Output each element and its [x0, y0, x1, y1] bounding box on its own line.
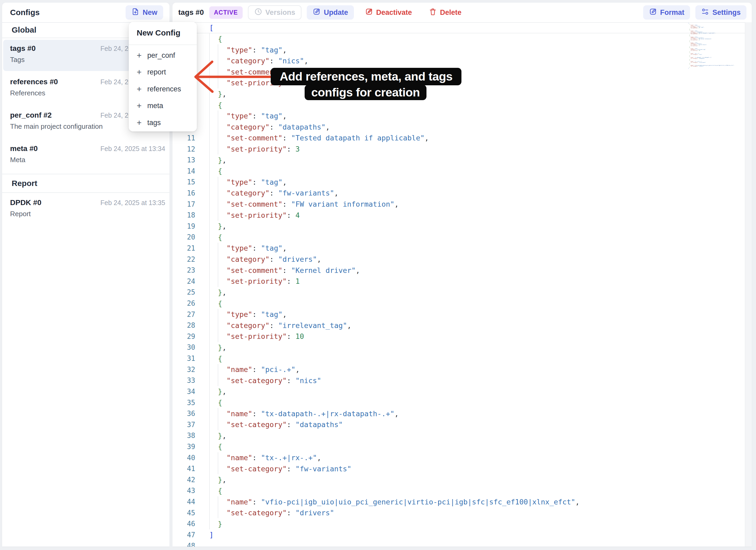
code-line[interactable]: 10 "category": "datapaths", [172, 121, 752, 132]
code-line-text: "category": "nics", [209, 57, 308, 65]
code-line[interactable]: 41 "set-category": "fw-variants" [172, 463, 752, 474]
delete-button[interactable]: Delete [423, 5, 467, 20]
code-line[interactable]: 18 "set-priority": 4 [172, 210, 752, 221]
code-line[interactable]: 9 "type": "tag", [172, 110, 752, 122]
indent-guide [209, 386, 210, 397]
new-config-button[interactable]: New [126, 5, 163, 20]
code-line[interactable]: 30 }, [172, 342, 752, 353]
indent-guide [218, 452, 218, 463]
code-line[interactable]: 22 "category": "drivers", [172, 254, 752, 265]
indent-guide [209, 375, 210, 386]
line-number: 25 [172, 288, 195, 296]
dropdown-item-tags[interactable]: + tags [129, 114, 197, 131]
code-line[interactable]: 4 "category": "nics", [172, 55, 752, 66]
config-list-item-dpdk[interactable]: DPDK #0 Feb 24, 2025 at 13:35 Report [3, 194, 168, 225]
code-line[interactable]: 32 "name": "pci-.+", [172, 364, 752, 375]
code-line[interactable]: 13 }, [172, 154, 752, 166]
code-line[interactable]: 16 "category": "fw-variants", [172, 188, 752, 199]
code-line[interactable]: 44 "name": "vfio-pci|igb_uio|uio_pci_gen… [172, 496, 752, 507]
code-line[interactable]: 39 { [172, 441, 752, 452]
dropdown-item-per-conf[interactable]: + per_conf [129, 47, 197, 64]
code-line[interactable]: 38 }, [172, 430, 752, 441]
code-line[interactable]: 29 "set-priority": 10 [172, 331, 752, 342]
indent-guide [209, 144, 210, 155]
code-line[interactable]: 46 } [172, 518, 752, 529]
code-line-text: "set-priority": 4 [209, 211, 300, 219]
deactivate-button[interactable]: Deactivate [359, 5, 418, 20]
indent-guide [218, 463, 218, 474]
line-number: 16 [172, 189, 195, 197]
indent-guide [218, 199, 218, 210]
code-line[interactable]: 28 "category": "irrelevant_tag", [172, 320, 752, 331]
code-line[interactable]: 11 "set-comment": "Tested datapath if ap… [172, 132, 752, 144]
code-line[interactable]: 45 "set-category": "drivers" [172, 507, 752, 518]
indent-guide [218, 254, 218, 265]
code-line[interactable]: 25 }, [172, 287, 752, 298]
indent-guide [209, 518, 210, 529]
indent-guide [209, 243, 210, 254]
code-line[interactable]: 33 "set-category": "nics" [172, 375, 752, 386]
update-button[interactable]: Update [307, 5, 354, 20]
code-line[interactable]: 36 "name": "tx-datapath-.+|rx-datapath-.… [172, 408, 752, 419]
code-line[interactable]: 34 }, [172, 386, 752, 397]
indent-guide [209, 276, 210, 287]
code-line[interactable]: 31 { [172, 353, 752, 364]
code-line-text: } [209, 520, 222, 528]
code-line[interactable]: 14 { [172, 166, 752, 177]
code-line[interactable]: 43 { [172, 485, 752, 496]
dropdown-item-references[interactable]: + references [129, 81, 197, 97]
dropdown-item-meta[interactable]: + meta [129, 97, 197, 114]
indent-guide [209, 430, 210, 441]
code-line[interactable]: 19 }, [172, 221, 752, 232]
config-date: Feb 24, 2025 at 13:34 [100, 145, 165, 153]
versions-button[interactable]: Versions [248, 5, 302, 20]
code-line[interactable]: 27 "type": "tag", [172, 309, 752, 320]
code-line[interactable]: 47] [172, 529, 752, 540]
settings-button[interactable]: Settings [695, 5, 746, 20]
indent-guide [218, 243, 218, 254]
config-list-item-meta[interactable]: meta #0 Feb 24, 2025 at 13:34 Meta [3, 140, 168, 171]
line-number: 38 [172, 432, 195, 440]
code-line[interactable]: 6 "set-priority": 2 [172, 77, 752, 88]
code-line[interactable]: 5 "set-comment": "NIC type", [172, 66, 752, 77]
code-line[interactable]: 21 "type": "tag", [172, 243, 752, 254]
code-line[interactable]: 17 "set-comment": "FW variant informatio… [172, 199, 752, 210]
code-line[interactable]: 23 "set-comment": "Kernel driver", [172, 265, 752, 276]
format-button[interactable]: Format [643, 5, 690, 20]
line-number: 28 [172, 321, 195, 329]
line-number: 24 [172, 277, 195, 285]
code-line-text: "category": "datapaths", [209, 123, 330, 131]
line-number: 40 [172, 454, 195, 462]
json-code-editor[interactable]: 1[2 {3 "type": "tag",4 "category": "nics… [172, 22, 752, 547]
versions-button-label: Versions [265, 8, 295, 17]
code-line[interactable]: 42 }, [172, 474, 752, 485]
code-line[interactable]: 12 "set-priority": 3 [172, 144, 752, 155]
editor-minimap[interactable]: [ { "type": "tag", "category": "nics", "… [688, 23, 745, 70]
code-line[interactable]: 3 "type": "tag", [172, 44, 752, 55]
dropdown-item-report[interactable]: + report [129, 64, 197, 81]
code-line[interactable]: 35 { [172, 397, 752, 408]
code-line[interactable]: 37 "set-category": "datapaths" [172, 419, 752, 430]
code-line-text: }, [209, 432, 226, 440]
code-line-text: { [209, 354, 222, 363]
config-date: Feb 24, 20 [100, 112, 132, 119]
config-subtitle: The main project configuration [10, 122, 103, 131]
code-line-text: "set-category": "nics" [209, 376, 321, 385]
editor-scrollbar[interactable] [745, 22, 752, 547]
code-line[interactable]: 26 { [172, 298, 752, 309]
indent-guide [218, 507, 218, 518]
code-line[interactable]: 48 [172, 540, 752, 547]
code-line[interactable]: 15 "type": "tag", [172, 177, 752, 188]
code-line[interactable]: 8 { [172, 99, 752, 110]
code-line[interactable]: 1[ [172, 22, 752, 33]
delete-button-label: Delete [440, 8, 461, 17]
indent-guide [209, 177, 210, 188]
code-line[interactable]: 2 { [172, 33, 752, 45]
code-line[interactable]: 40 "name": "tx-.+|rx-.+", [172, 452, 752, 463]
code-line[interactable]: 7 }, [172, 88, 752, 100]
config-title: per_conf #2 [10, 111, 52, 119]
code-line[interactable]: 24 "set-priority": 1 [172, 276, 752, 287]
indent-guide [209, 331, 210, 342]
code-line-text: "type": "tag", [209, 46, 287, 54]
code-line[interactable]: 20 { [172, 232, 752, 243]
